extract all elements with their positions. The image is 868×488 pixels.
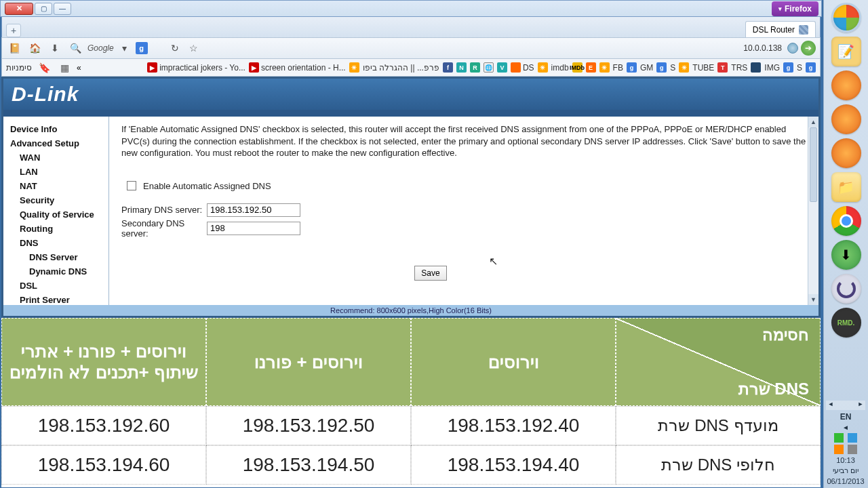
bookmark-item[interactable]: 🌐: [484, 62, 494, 73]
g3-icon: g: [783, 62, 793, 73]
bookmark-item[interactable]: imdb: [551, 63, 569, 73]
downloads-icon[interactable]: ⬇: [47, 40, 63, 56]
bookmark-item[interactable]: V: [497, 62, 507, 73]
bookmark-item[interactable]: ▶screen orientation - H...: [249, 62, 346, 73]
bookmark-item[interactable]: TUBE: [692, 63, 714, 73]
tray-shield-icon[interactable]: [834, 433, 844, 443]
bookmark-item[interactable]: TRS: [731, 63, 747, 73]
sidebar-dynamic-dns[interactable]: Dynamic DNS: [3, 264, 108, 279]
tab-active[interactable]: DSL Router: [745, 21, 816, 37]
bookmarks-menu-icon[interactable]: ▦: [56, 60, 73, 76]
bookmark-item[interactable]: IMDb: [572, 62, 583, 73]
bookmark-item[interactable]: g: [627, 62, 637, 73]
firefox-icon[interactable]: [831, 138, 861, 168]
bookmark-item[interactable]: S: [670, 63, 675, 73]
bookmark-item[interactable]: g: [806, 62, 816, 73]
firefox-icon[interactable]: [831, 70, 861, 100]
eclipse-icon[interactable]: [831, 274, 861, 304]
start-orb-icon[interactable]: [831, 3, 861, 33]
dns-header-diagonal: חסימה שרת DNS: [616, 318, 821, 406]
auto-dns-checkbox[interactable]: [127, 181, 136, 190]
library-icon[interactable]: 📔: [6, 40, 22, 56]
bookmark-item[interactable]: ☀: [538, 62, 548, 73]
chrome-icon[interactable]: [831, 206, 861, 236]
secondary-dns-input[interactable]: [207, 222, 300, 235]
dns-cell: 198.153.194.50: [206, 445, 411, 485]
tray-network-icon[interactable]: [834, 445, 844, 454]
bookmark-item[interactable]: DS: [511, 62, 534, 73]
language-indicator[interactable]: EN: [840, 412, 852, 422]
window-maximize-button[interactable]: ▢: [35, 3, 52, 15]
url-display[interactable]: 10.0.0.138: [743, 43, 782, 53]
tray-overflow-icon[interactable]: ◄: [842, 424, 849, 431]
bookmark-item[interactable]: T: [717, 62, 728, 73]
sidebar-routing[interactable]: Routing: [3, 222, 108, 236]
sidebar-wan[interactable]: WAN: [3, 150, 108, 165]
sidebar-print-server[interactable]: Print Server: [3, 293, 108, 305]
bookmarks-overflow-icon[interactable]: «: [77, 63, 81, 73]
bookmark-item[interactable]: f: [443, 62, 453, 73]
tray-clock[interactable]: 10:13: [836, 456, 855, 464]
new-tab-button[interactable]: +: [6, 24, 21, 37]
search-dropdown-icon[interactable]: ▾: [117, 40, 133, 56]
tray-scroll[interactable]: ◄►: [826, 401, 865, 410]
download-manager-icon[interactable]: ⬇: [831, 240, 861, 270]
site-identity-icon[interactable]: [787, 43, 798, 54]
explorer-icon[interactable]: 📁: [831, 172, 861, 202]
bookmark-item[interactable]: ☀: [679, 62, 689, 73]
bookmark-item[interactable]: ☀: [349, 62, 359, 73]
dns-cell: 198.153.194.40: [411, 445, 616, 485]
tray-flag-icon[interactable]: [848, 433, 857, 443]
primary-dns-input[interactable]: [207, 203, 300, 217]
search-provider-label: Google: [87, 43, 114, 53]
sidebar-lan[interactable]: LAN: [3, 165, 108, 179]
bookmark-item[interactable]: ▶impractical jokers - Yo...: [147, 62, 245, 73]
scroll-up-icon[interactable]: ▲: [808, 117, 818, 127]
r-icon: R: [470, 62, 480, 73]
dns-diag-top: חסימה: [620, 323, 816, 347]
bookmark-item[interactable]: g: [783, 62, 793, 73]
bookmark-item[interactable]: E: [586, 62, 596, 73]
save-button[interactable]: Save: [414, 266, 447, 281]
bookmark-item[interactable]: S: [797, 63, 802, 73]
rmd-icon[interactable]: RMD.: [831, 308, 861, 338]
sidebar-security[interactable]: Security: [3, 193, 108, 207]
bookmark-item[interactable]: פרפ... || ההגרלה ביפו: [363, 63, 439, 73]
bookmarks-label[interactable]: סימניות: [6, 63, 32, 73]
sidebar-device-info[interactable]: Device Info: [3, 122, 108, 136]
bookmark-item[interactable]: ☀: [599, 62, 610, 73]
bookmark-star-icon[interactable]: ☆: [186, 40, 202, 56]
notepad-icon[interactable]: 📝: [831, 37, 861, 66]
dns-header-col3: וירוסים: [411, 318, 616, 406]
bookmark-item[interactable]: IMG: [764, 63, 780, 73]
scroll-down-icon[interactable]: ▼: [808, 294, 818, 305]
bookmark-item[interactable]: GM: [640, 63, 653, 73]
sidebar-dns-server[interactable]: DNS Server: [3, 250, 108, 264]
bookmark-item[interactable]: FB: [613, 63, 623, 73]
sidebar-nat[interactable]: NAT: [3, 179, 108, 193]
g4-icon: g: [806, 62, 816, 73]
sidebar-qos[interactable]: Quality of Service: [3, 207, 108, 222]
firefox-icon[interactable]: [831, 104, 861, 134]
bookmark-item[interactable]: g: [656, 62, 667, 73]
feed-icon[interactable]: 🔖: [36, 60, 52, 76]
window-close-button[interactable]: ✕: [5, 3, 33, 15]
bookmark-item[interactable]: [751, 62, 761, 73]
go-forward-button[interactable]: ➔: [801, 41, 816, 56]
content-scrollbar[interactable]: ▲ ▼: [808, 117, 818, 305]
home-icon[interactable]: 🏠: [26, 40, 43, 56]
scroll-thumb[interactable]: [810, 127, 817, 202]
sidebar-dns[interactable]: DNS: [3, 236, 108, 250]
tray-volume-icon[interactable]: [848, 445, 857, 454]
sidebar-advanced-setup[interactable]: Advanced Setup: [3, 136, 108, 150]
sidebar-dsl[interactable]: DSL: [3, 279, 108, 293]
search-icon[interactable]: 🔍: [67, 40, 83, 56]
router-footer: Recommend: 800x600 pixels,High Color(16 …: [3, 305, 818, 316]
bookmark-item[interactable]: N: [456, 62, 467, 73]
window-minimize-button[interactable]: —: [54, 3, 71, 15]
google-badge-icon[interactable]: g: [136, 42, 148, 54]
reload-icon[interactable]: ↻: [167, 40, 183, 56]
bookmark-item[interactable]: R: [470, 62, 480, 73]
firefox-menu-button[interactable]: Firefox: [772, 1, 818, 16]
bookmark-label: GM: [640, 63, 653, 73]
